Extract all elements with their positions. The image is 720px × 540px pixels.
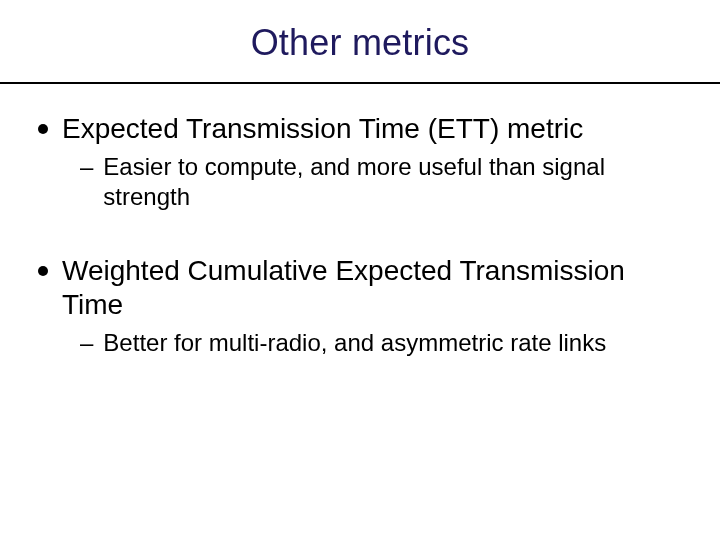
bullet-2-text: Weighted Cumulative Expected Transmissio… xyxy=(62,254,682,322)
slide: Other metrics Expected Transmission Time… xyxy=(0,0,720,540)
bullet-dot-icon xyxy=(38,266,48,276)
spacer xyxy=(38,218,682,254)
bullet-2-sub-1: – Better for multi-radio, and asymmetric… xyxy=(80,328,682,358)
bullet-dash-icon: – xyxy=(80,152,93,182)
bullet-1-text: Expected Transmission Time (ETT) metric xyxy=(62,112,583,146)
slide-title: Other metrics xyxy=(0,0,720,76)
bullet-2: Weighted Cumulative Expected Transmissio… xyxy=(38,254,682,322)
bullet-2-sub-1-text: Better for multi-radio, and asymmetric r… xyxy=(103,328,606,358)
slide-body: Expected Transmission Time (ETT) metric … xyxy=(0,84,720,358)
bullet-dot-icon xyxy=(38,124,48,134)
bullet-1-sub-1-text: Easier to compute, and more useful than … xyxy=(103,152,682,212)
bullet-dash-icon: – xyxy=(80,328,93,358)
bullet-1-sub-1: – Easier to compute, and more useful tha… xyxy=(80,152,682,212)
bullet-1: Expected Transmission Time (ETT) metric xyxy=(38,112,682,146)
